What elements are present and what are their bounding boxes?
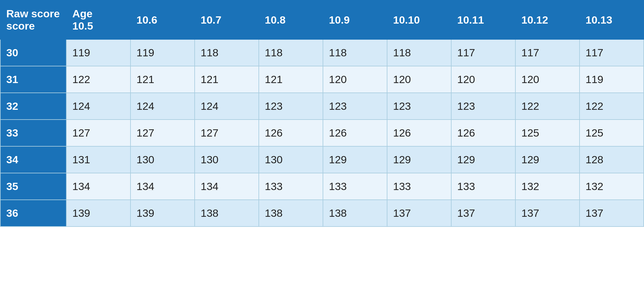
table-cell: 124 (195, 93, 259, 120)
table-cell: 127 (195, 120, 259, 146)
table-cell: 126 (387, 120, 451, 146)
table-cell: 122 (515, 93, 580, 120)
table-cell: 130 (195, 146, 259, 173)
row-score-cell: 33 (0, 120, 66, 146)
table-cell: 120 (451, 66, 515, 93)
table-cell: 123 (259, 93, 323, 120)
table-cell: 119 (130, 39, 195, 66)
row-score-cell: 30 (0, 39, 66, 66)
table-cell: 130 (259, 146, 323, 173)
age-col-0-val: 10.5 (72, 20, 93, 32)
table-cell: 138 (323, 200, 387, 227)
table-cell: 138 (259, 200, 323, 227)
col-header-10-10: 10.10 (387, 0, 451, 39)
table-cell: 133 (451, 173, 515, 200)
header-row: Raw score score Age 10.5 10.6 10.7 10.8 … (0, 0, 644, 39)
table-row: 35134134134133133133133132132 (0, 173, 644, 200)
table-cell: 137 (387, 200, 451, 227)
table-wrapper: Raw score score Age 10.5 10.6 10.7 10.8 … (0, 0, 644, 297)
table-cell: 127 (130, 120, 195, 146)
table-cell: 133 (259, 173, 323, 200)
col-header-10-12: 10.12 (515, 0, 580, 39)
table-cell: 118 (323, 39, 387, 66)
raw-score-line2: score (6, 20, 35, 32)
table-row: 31122121121121120120120120119 (0, 66, 644, 93)
table-cell: 125 (515, 120, 580, 146)
table-cell: 134 (195, 173, 259, 200)
table-row: 32124124124123123123123122122 (0, 93, 644, 120)
col-header-10-6: 10.6 (130, 0, 195, 39)
raw-score-line1: Raw score (6, 8, 60, 20)
table-cell: 119 (580, 66, 644, 93)
table-cell: 121 (259, 66, 323, 93)
table-cell: 120 (387, 66, 451, 93)
col-header-10-7: 10.7 (195, 0, 259, 39)
col-header-raw-score: Raw score score (0, 0, 66, 39)
table-cell: 134 (66, 173, 130, 200)
table-cell: 117 (451, 39, 515, 66)
table-cell: 139 (66, 200, 130, 227)
table-body: 3011911911811811811811711711731122121121… (0, 39, 644, 227)
table-cell: 132 (580, 173, 644, 200)
col-header-10-11: 10.11 (451, 0, 515, 39)
table-cell: 126 (259, 120, 323, 146)
table-cell: 137 (580, 200, 644, 227)
table-cell: 117 (515, 39, 580, 66)
col-header-10-9: 10.9 (323, 0, 387, 39)
table-row: 30119119118118118118117117117 (0, 39, 644, 66)
table-cell: 126 (323, 120, 387, 146)
age-label: Age (72, 8, 92, 20)
table-cell: 122 (66, 66, 130, 93)
table-cell: 130 (130, 146, 195, 173)
table-cell: 131 (66, 146, 130, 173)
table-cell: 123 (387, 93, 451, 120)
table-cell: 129 (323, 146, 387, 173)
table-cell: 124 (66, 93, 130, 120)
table-cell: 120 (515, 66, 580, 93)
table-row: 33127127127126126126126125125 (0, 120, 644, 146)
table-cell: 123 (323, 93, 387, 120)
table-cell: 125 (580, 120, 644, 146)
col-header-10-8: 10.8 (259, 0, 323, 39)
row-score-cell: 36 (0, 200, 66, 227)
score-table: Raw score score Age 10.5 10.6 10.7 10.8 … (0, 0, 644, 227)
row-score-cell: 34 (0, 146, 66, 173)
table-cell: 126 (451, 120, 515, 146)
table-cell: 120 (323, 66, 387, 93)
col-header-age: Age 10.5 (66, 0, 130, 39)
table-cell: 133 (387, 173, 451, 200)
table-cell: 128 (580, 146, 644, 173)
table-cell: 138 (195, 200, 259, 227)
table-cell: 129 (515, 146, 580, 173)
table-cell: 129 (387, 146, 451, 173)
table-cell: 118 (195, 39, 259, 66)
table-cell: 119 (66, 39, 130, 66)
col-header-10-13: 10.13 (580, 0, 644, 39)
table-cell: 118 (387, 39, 451, 66)
row-score-cell: 35 (0, 173, 66, 200)
table-cell: 122 (580, 93, 644, 120)
table-row: 36139139138138138137137137137 (0, 200, 644, 227)
table-cell: 127 (66, 120, 130, 146)
table-cell: 133 (323, 173, 387, 200)
table-cell: 129 (451, 146, 515, 173)
table-cell: 137 (451, 200, 515, 227)
table-cell: 123 (451, 93, 515, 120)
table-row: 34131130130130129129129129128 (0, 146, 644, 173)
table-cell: 134 (130, 173, 195, 200)
row-score-cell: 32 (0, 93, 66, 120)
table-cell: 139 (130, 200, 195, 227)
table-cell: 121 (195, 66, 259, 93)
table-cell: 124 (130, 93, 195, 120)
table-cell: 121 (130, 66, 195, 93)
table-cell: 137 (515, 200, 580, 227)
table-cell: 118 (259, 39, 323, 66)
table-cell: 117 (580, 39, 644, 66)
row-score-cell: 31 (0, 66, 66, 93)
table-cell: 132 (515, 173, 580, 200)
